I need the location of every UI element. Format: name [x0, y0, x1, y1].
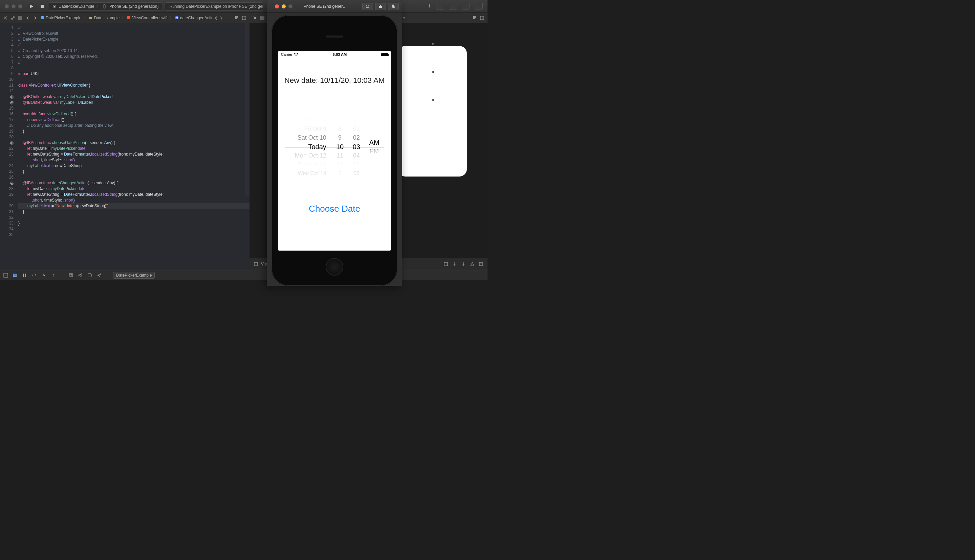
close-tab-icon[interactable]: [3, 16, 7, 20]
carrier-label: Carrier: [281, 52, 293, 57]
back-icon[interactable]: [26, 16, 30, 20]
picker-column-date[interactable]: Thu Oct 8Fri Oct 9Sat Oct 10TodayMon Oct…: [285, 114, 332, 171]
related-items-icon[interactable]: [260, 16, 264, 20]
svg-point-25: [12, 142, 13, 143]
document-outline-icon[interactable]: [254, 262, 258, 267]
minimap-toggle-icon[interactable]: [235, 16, 239, 20]
expand-icon[interactable]: [11, 16, 15, 20]
picker-row[interactable]: 10: [336, 142, 344, 152]
embed-icon[interactable]: [479, 262, 483, 267]
picker-row[interactable]: 7: [339, 115, 341, 125]
breakpoints-icon[interactable]: [13, 273, 18, 278]
picker-row[interactable]: Wed Oct 14: [298, 169, 326, 178]
pause-icon[interactable]: [22, 273, 27, 278]
location-icon[interactable]: [97, 273, 102, 278]
memory-graph-icon[interactable]: [78, 273, 83, 278]
view-debug-icon[interactable]: [69, 273, 73, 278]
picker-row[interactable]: 05: [353, 160, 360, 169]
picker-row[interactable]: 9: [338, 133, 341, 142]
svg-point-44: [296, 55, 296, 56]
picker-row[interactable]: 04: [353, 151, 360, 160]
forward-icon[interactable]: [33, 16, 37, 20]
add-editor-icon[interactable]: [242, 16, 246, 20]
picker-row[interactable]: 01: [353, 125, 360, 133]
picker-row[interactable]: 1: [339, 169, 341, 178]
code-review-button[interactable]: [436, 3, 444, 10]
picker-row[interactable]: AM: [370, 138, 380, 147]
toggle-bottom-panel-button[interactable]: [462, 3, 470, 10]
hide-debug-icon[interactable]: [3, 273, 8, 278]
crumb-project[interactable]: DatePickerExample: [45, 15, 82, 20]
picker-row[interactable]: Today: [308, 142, 326, 152]
crumb-group[interactable]: Date…xample: [93, 15, 120, 20]
step-into-icon[interactable]: [41, 273, 46, 278]
selection-handle[interactable]: [432, 43, 434, 45]
align-icon[interactable]: [452, 262, 457, 267]
folder-icon: [89, 16, 92, 20]
svg-rect-4: [103, 4, 105, 8]
crumb-file[interactable]: ViewController.swift: [131, 15, 168, 20]
toggle-left-panel-button[interactable]: [449, 3, 457, 10]
resolve-issues-icon[interactable]: [470, 262, 475, 267]
step-out-icon[interactable]: [51, 273, 55, 278]
selection-handle[interactable]: [432, 99, 434, 101]
home-button[interactable]: [375, 3, 386, 10]
run-button[interactable]: [27, 3, 36, 10]
picker-row[interactable]: 06: [353, 169, 360, 178]
code-area[interactable]: //// ViewController.swift// DatePickerEx…: [16, 23, 249, 270]
picker-column-ampm[interactable]: AMPM: [365, 114, 384, 171]
add-editor-icon[interactable]: [480, 16, 484, 20]
wifi-icon: [294, 53, 298, 56]
choose-date-button[interactable]: Choose Date: [278, 203, 391, 214]
status-time: 6:03 AM: [298, 52, 381, 57]
picker-row[interactable]: 03: [353, 142, 360, 152]
picker-row[interactable]: 00: [353, 115, 360, 125]
simulator-traffic-lights: [275, 4, 293, 8]
library-button[interactable]: +: [428, 3, 431, 10]
close-tab-icon[interactable]: [253, 16, 257, 20]
picker-column-m[interactable]: 00010203040506: [348, 114, 365, 171]
simulator-titlebar[interactable]: iPhone SE (2nd gener…: [267, 0, 402, 13]
project-icon: [41, 16, 44, 20]
code-editor[interactable]: 1234567891011121516171819202223242526282…: [0, 23, 249, 270]
rotate-button[interactable]: [388, 3, 399, 10]
related-items-icon[interactable]: [18, 16, 22, 20]
embed-in-icon[interactable]: [443, 262, 448, 267]
picker-row[interactable]: Thu Oct 8: [303, 115, 326, 125]
window-close-icon[interactable]: [5, 4, 9, 8]
picker-row[interactable]: 12: [337, 160, 343, 169]
minimap[interactable]: [245, 23, 249, 196]
picker-row[interactable]: 02: [353, 133, 360, 142]
picker-row[interactable]: Mon Oct 12: [295, 151, 326, 160]
picker-row[interactable]: PM: [370, 147, 379, 156]
step-over-icon[interactable]: [32, 273, 37, 278]
window-zoom-icon[interactable]: [288, 4, 293, 8]
svg-rect-9: [41, 16, 44, 19]
device-home-button[interactable]: [326, 258, 343, 276]
picker-row[interactable]: 8: [338, 125, 341, 133]
window-minimize-icon[interactable]: [282, 4, 286, 8]
window-zoom-icon[interactable]: [18, 4, 22, 8]
environment-icon[interactable]: [87, 273, 92, 278]
date-picker[interactable]: Thu Oct 8Fri Oct 9Sat Oct 10TodayMon Oct…: [285, 114, 384, 171]
breadcrumb[interactable]: DatePickerExample〉 Date…xample〉 ViewCont…: [41, 15, 222, 21]
scheme-selector[interactable]: DatePickerExample 〉 iPhone SE (2nd gener…: [49, 2, 162, 10]
stop-button[interactable]: [38, 3, 47, 10]
toggle-right-panel-button[interactable]: [475, 3, 483, 10]
window-minimize-icon[interactable]: [12, 4, 15, 8]
picker-row[interactable]: Fri Oct 9: [304, 125, 326, 133]
picker-row[interactable]: 11: [336, 151, 343, 160]
selection-handle[interactable]: [432, 71, 434, 73]
picker-row[interactable]: Sat Oct 10: [298, 133, 326, 142]
picker-column-h[interactable]: 7891011121: [332, 114, 348, 171]
screenshot-button[interactable]: [362, 3, 373, 10]
process-selector[interactable]: DatePickerExample: [113, 272, 155, 278]
device-screen[interactable]: Carrier 6:03 AM New date: 10/11/20, 10:0…: [278, 51, 391, 251]
picker-row[interactable]: Tue Oct 13: [298, 160, 326, 169]
pin-icon[interactable]: [461, 262, 466, 267]
crumb-symbol[interactable]: dateChangedAction(_:): [179, 15, 222, 20]
window-close-icon[interactable]: [275, 4, 279, 8]
adjust-editor-icon[interactable]: [473, 16, 477, 20]
simulator-window[interactable]: iPhone SE (2nd gener… Carrier 6:03 AM Ne…: [267, 0, 402, 280]
line-gutter: 1234567891011121516171819202223242526282…: [0, 23, 16, 270]
